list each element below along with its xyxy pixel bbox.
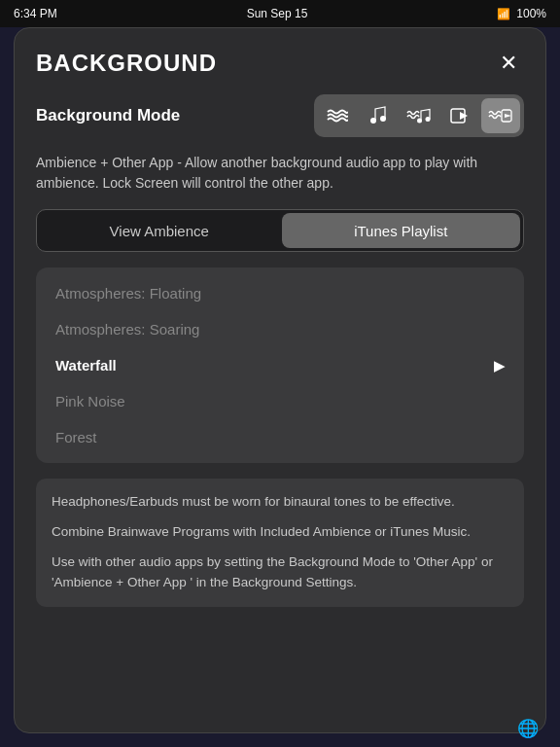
play-icon: ▶	[494, 358, 505, 374]
status-day: Sun Sep 15	[247, 7, 308, 20]
svg-marker-5	[460, 112, 468, 120]
mode-icon-waves-music[interactable]	[400, 98, 438, 133]
modal-title: BACKGROUND	[36, 50, 217, 77]
info-line-1: Headphones/Earbuds must be worn for bina…	[52, 492, 508, 513]
mode-icons-group	[314, 94, 524, 137]
status-time: 6:34 PM	[14, 7, 57, 20]
playlist-item-3[interactable]: Waterfall ▶	[36, 347, 524, 383]
playlist-container: Atmospheres: Floating Atmospheres: Soari…	[36, 267, 524, 463]
wifi-icon: 📶	[497, 8, 510, 20]
mode-icon-ambience-other[interactable]	[481, 98, 520, 133]
modal-header: BACKGROUND ✕	[36, 48, 524, 79]
close-button[interactable]: ✕	[493, 48, 524, 79]
tab-view-ambience[interactable]: View Ambience	[40, 213, 279, 248]
info-line-3: Use with other audio apps by setting the…	[52, 552, 508, 593]
tab-itunes-playlist[interactable]: iTunes Playlist	[282, 213, 521, 248]
info-box: Headphones/Earbuds must be worn for bina…	[36, 479, 524, 607]
info-line-2: Combine Brainwave Programs with Included…	[52, 522, 508, 543]
mode-icon-other-app[interactable]	[440, 98, 479, 133]
battery-label: 100%	[516, 7, 546, 20]
svg-point-0	[370, 118, 376, 124]
bottom-bar: 🌐	[14, 718, 546, 739]
background-mode-label: Background Mode	[36, 106, 180, 125]
mode-icon-waves[interactable]	[318, 98, 357, 133]
globe-icon[interactable]: 🌐	[517, 718, 539, 739]
svg-marker-7	[505, 114, 511, 118]
svg-point-1	[380, 116, 386, 122]
playlist-item-2[interactable]: Atmospheres: Soaring	[36, 311, 524, 347]
tab-row: View Ambience iTunes Playlist	[36, 209, 524, 252]
svg-point-3	[426, 117, 431, 122]
background-modal: BACKGROUND ✕ Background Mode	[14, 27, 546, 733]
background-mode-row: Background Mode	[36, 94, 524, 137]
description-text: Ambience + Other App - Allow another bac…	[36, 153, 524, 194]
mode-icon-music[interactable]	[359, 98, 398, 133]
playlist-item-1[interactable]: Atmospheres: Floating	[36, 275, 524, 311]
playlist-item-5[interactable]: Forest	[36, 419, 524, 455]
playlist-item-4[interactable]: Pink Noise	[36, 383, 524, 419]
svg-point-2	[417, 119, 422, 124]
status-bar: 6:34 PM Sun Sep 15 📶 100%	[0, 0, 560, 27]
